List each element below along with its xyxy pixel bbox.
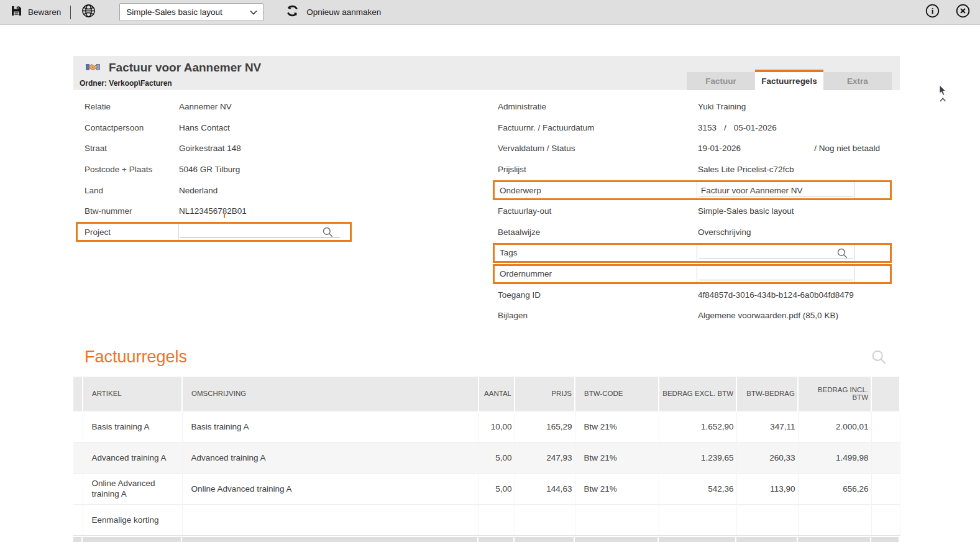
info-icon: i (925, 4, 940, 21)
close-icon (956, 4, 970, 21)
status-badge: / Nog niet betaald (814, 144, 892, 153)
tags-field: Tags (493, 243, 892, 263)
project-field: Project (76, 222, 352, 242)
invoice-lines-table: ARTIKEL OMSCHRIJVING AANTAL PRIJS BTW-CO… (73, 377, 900, 536)
chevron-down-icon (250, 7, 257, 17)
field-btw-nummer: Btw-nummer NL123456782B01 (76, 201, 352, 222)
field-postcode-plaats: Postcode + Plaats 5046 GR Tilburg (76, 159, 352, 180)
invoice-details-form: Relatie Aannemer NV Contactpersoon Hans … (73, 90, 900, 333)
project-input[interactable] (178, 224, 350, 240)
table-row[interactable]: Online Advanced training A Online Advanc… (73, 473, 900, 504)
tab-factuur[interactable]: Factuur (687, 72, 755, 90)
col-artikel[interactable]: ARTIKEL (83, 377, 182, 411)
invoice-date: 05-01-2026 (734, 123, 777, 132)
invoice-panel: Factuur voor Aannemer NV Ordner: Verkoop… (73, 56, 900, 542)
onderwerp-field: Onderwerp Factuur voor Aannemer NV (493, 180, 892, 200)
field-onderwerp-slot: Onderwerp Factuur voor Aannemer NV (493, 180, 892, 201)
field-toegang-id: Toegang ID 4f84857d-3016-434b-b124-6a0b0… (493, 284, 892, 305)
field-bijlagen: Bijlagen Algemene voorwaarden.pdf (85,0 … (493, 305, 892, 326)
onderwerp-input[interactable]: Factuur voor Aannemer NV (697, 182, 854, 198)
col-prijs[interactable]: PRIJS (515, 377, 575, 411)
field-factuurlayout: Factuurlay-out Simple-Sales basic layout (493, 201, 892, 222)
onderwerp-label: Onderwerp (495, 182, 697, 198)
field-prijslijst: Prijslijst Sales Lite Pricelist-c72fcb (493, 159, 892, 180)
lines-search-icon[interactable] (871, 349, 887, 365)
panel-body: Relatie Aannemer NV Contactpersoon Hans … (73, 90, 900, 542)
panel-header: Factuur voor Aannemer NV Ordner: Verkoop… (73, 56, 900, 90)
language-globe-button[interactable] (81, 4, 96, 21)
col-bedrag-incl[interactable]: BEDRAG INCL. BTW (798, 377, 871, 411)
tab-bar: Factuur Factuurregels Extra (687, 70, 892, 90)
col-aantal[interactable]: AANTAL (479, 377, 515, 411)
invoice-number: 3153 (698, 123, 717, 132)
text-caret (224, 213, 225, 218)
lines-section-header: Factuurregels (73, 333, 900, 377)
due-date: 19-01-2026 (698, 144, 741, 153)
field-contactpersoon: Contactpersoon Hans Contact (76, 117, 352, 139)
tab-factuurregels[interactable]: Factuurregels (755, 70, 823, 90)
table-row[interactable]: Advanced training A Advanced training A … (73, 442, 900, 473)
handshake-icon (86, 62, 100, 75)
recreate-button-label: Opnieuw aanmaken (306, 7, 381, 17)
details-right-column: Administratie Yuki Training Factuurnr. /… (493, 96, 892, 326)
field-relatie: Relatie Aannemer NV (76, 96, 352, 117)
refresh-icon (286, 4, 299, 20)
field-straat: Straat Goirkestraat 148 (76, 138, 352, 159)
field-betaalwijze: Betaalwijze Overschrijving (493, 222, 892, 243)
tags-input[interactable] (697, 245, 854, 261)
next-row-clipped (73, 537, 900, 542)
project-label: Project (78, 224, 178, 240)
details-left-column: Relatie Aannemer NV Contactpersoon Hans … (76, 96, 352, 242)
tab-extra[interactable]: Extra (823, 72, 892, 90)
field-tags-slot: Tags (493, 242, 892, 264)
save-button[interactable]: Bewaren (11, 6, 61, 19)
page-title: Factuur voor Aannemer NV (109, 61, 261, 75)
col-btw-code[interactable]: BTW-CODE (575, 377, 659, 411)
folder-breadcrumb: Ordner: Verkoop\Facturen (80, 79, 172, 88)
svg-text:i: i (932, 6, 934, 16)
lines-section-title: Factuurregels (85, 347, 187, 367)
mouse-cursor (937, 85, 948, 107)
project-search-icon[interactable] (322, 226, 334, 240)
save-button-label: Bewaren (28, 7, 61, 17)
table-row[interactable]: Eenmalige korting (73, 504, 900, 535)
field-vervaldatum-status: Vervaldatum / Status 19-01-2026 / Nog ni… (493, 138, 892, 159)
col-omschrijving[interactable]: OMSCHRIJVING (182, 377, 479, 411)
layout-select[interactable]: Simple-Sales basic layout (119, 3, 263, 21)
field-factuurnr-datum: Factuurnr. / Factuurdatum 3153/05-01-202… (493, 117, 892, 139)
ordernummer-label: Ordernummer (495, 266, 697, 282)
toolbar: Bewaren Simple-Sales basic layout Opnieu… (0, 0, 980, 25)
attachment-link[interactable]: Algemene voorwaarden.pdf (85,0 KB) (698, 311, 838, 320)
save-icon (11, 6, 22, 19)
globe-icon (81, 4, 96, 21)
field-land: Land Nederland (76, 180, 352, 201)
field-ordernummer-slot: Ordernummer (493, 264, 892, 285)
tags-label: Tags (495, 245, 697, 261)
tags-search-icon[interactable] (836, 247, 848, 261)
field-administratie: Administratie Yuki Training (493, 96, 892, 117)
info-button[interactable]: i (925, 4, 940, 21)
table-header-row: ARTIKEL OMSCHRIJVING AANTAL PRIJS BTW-CO… (73, 377, 900, 411)
layout-select-value: Simple-Sales basic layout (126, 7, 222, 17)
ordernummer-input[interactable] (697, 266, 854, 282)
table-row[interactable]: Basis training A Basis training A 10,00 … (73, 411, 900, 442)
toolbar-separator (70, 6, 71, 19)
col-bedrag-excl[interactable]: BEDRAG EXCL. BTW (659, 377, 736, 411)
ordernummer-field: Ordernummer (493, 264, 892, 284)
col-btw-bedrag[interactable]: BTW-BEDRAG (736, 377, 798, 411)
close-button[interactable] (956, 4, 970, 21)
recreate-button[interactable]: Opnieuw aanmaken (286, 4, 381, 20)
field-project-slot: Project (76, 222, 352, 243)
